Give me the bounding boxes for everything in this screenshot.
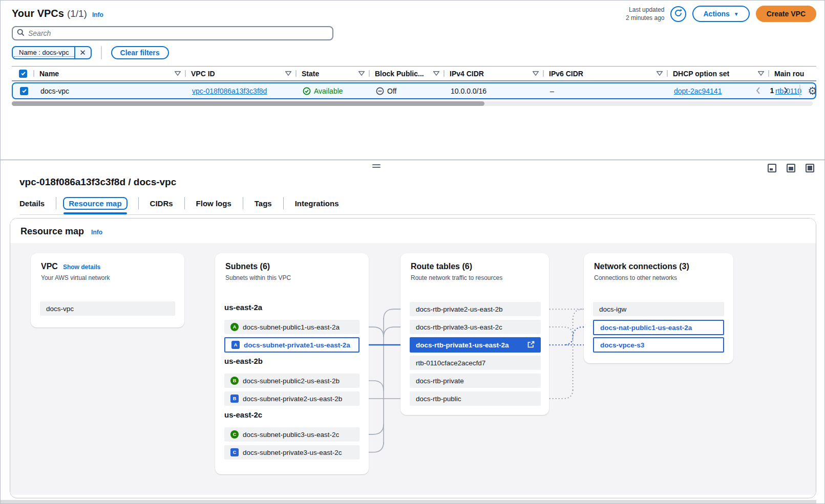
map-item-route-table[interactable]: docs-rtb-public bbox=[410, 391, 541, 406]
panel-size-half-icon[interactable] bbox=[787, 164, 795, 172]
map-item-route-table[interactable]: rtb-0110cface2acecfd7 bbox=[410, 356, 541, 370]
clear-filters-button[interactable]: Clear filters bbox=[111, 46, 169, 59]
tab-resource-map[interactable]: Resource map bbox=[68, 196, 122, 214]
map-item-route-table-selected[interactable]: docs-rtb-private1-us-east-2a bbox=[410, 337, 541, 353]
resource-map-info-link[interactable]: Info bbox=[91, 229, 102, 236]
vpc-detail-panel: vpc-018f086a13f3c3f8d / docs-vpc Details… bbox=[1, 160, 824, 500]
col-main-route-table[interactable]: Main rou bbox=[774, 70, 804, 78]
map-item-network-connection-selected[interactable]: docs-vpce-s3 bbox=[593, 337, 724, 353]
split-panel-drag-handle[interactable] bbox=[372, 164, 380, 169]
last-updated-text: Last updated 2 minutes ago bbox=[626, 6, 664, 22]
subnets-card-subtitle: Subnets within this VPC bbox=[225, 274, 358, 281]
external-link-icon[interactable] bbox=[527, 341, 535, 349]
page-bottom-scrollbar[interactable] bbox=[1, 500, 816, 503]
map-item-route-table[interactable]: docs-rtb-private bbox=[410, 374, 541, 388]
filter-icon[interactable] bbox=[282, 71, 291, 76]
tab-tags[interactable]: Tags bbox=[255, 196, 272, 214]
filter-icon[interactable] bbox=[653, 71, 663, 76]
info-link[interactable]: Info bbox=[92, 11, 103, 18]
map-item-network-connection[interactable]: docs-igw bbox=[593, 302, 724, 316]
subnets-card-title: Subnets (6) bbox=[225, 262, 270, 271]
resource-map-title: Resource map bbox=[20, 226, 84, 237]
private-subnet-badge: B bbox=[230, 395, 239, 403]
cell-name: docs-vpc bbox=[35, 87, 187, 95]
horizontal-scrollbar-thumb[interactable] bbox=[12, 101, 484, 106]
map-item-subnet[interactable]: B docs-subnet-private2-us-east-2b bbox=[224, 391, 359, 406]
filter-icon[interactable] bbox=[355, 71, 365, 76]
map-item-subnet-selected[interactable]: A docs-subnet-private1-us-east-2a bbox=[224, 337, 359, 353]
refresh-icon bbox=[674, 9, 683, 19]
col-ipv4-cidr[interactable]: IPv4 CIDR bbox=[450, 70, 484, 78]
map-item-subnet[interactable]: C docs-subnet-public3-us-east-2c bbox=[224, 427, 359, 442]
col-ipv6-cidr[interactable]: IPv6 CIDR bbox=[549, 70, 583, 78]
list-header: Your VPCs (1/1) Info Last updated 2 minu… bbox=[1, 1, 824, 22]
search-icon bbox=[17, 29, 25, 38]
map-item-subnet[interactable]: C docs-subnet-private3-us-east-2c bbox=[224, 445, 359, 459]
filter-icon[interactable] bbox=[530, 71, 539, 76]
az-heading: us-east-2c bbox=[224, 410, 262, 419]
vpc-table: Name VPC ID State Block Public... IPv4 C… bbox=[12, 66, 816, 106]
filter-icon[interactable] bbox=[172, 71, 181, 76]
dhcp-option-set-link[interactable]: dopt-2ac94141 bbox=[674, 87, 722, 95]
show-details-link[interactable]: Show details bbox=[63, 264, 100, 271]
actions-button[interactable]: Actions ▼ bbox=[692, 6, 749, 22]
table-header: Name VPC ID State Block Public... IPv4 C… bbox=[12, 66, 816, 81]
vpc-table-row[interactable]: docs-vpc vpc-018f086a13f3c3f8d Available… bbox=[12, 82, 816, 99]
panel-size-full-icon[interactable] bbox=[806, 164, 814, 172]
previous-page-icon[interactable] bbox=[751, 84, 765, 97]
vpc-card-subtitle: Your AWS virtual network bbox=[41, 274, 174, 281]
public-subnet-badge: B bbox=[230, 377, 239, 385]
page-count: (1/1) bbox=[67, 8, 87, 19]
cell-ipv4-cidr: 10.0.0.0/16 bbox=[446, 87, 545, 95]
detail-tabs: Details Resource map CIDRs Flow logs Tag… bbox=[19, 196, 815, 215]
resource-map-canvas: VPC Show details Your AWS virtual networ… bbox=[10, 243, 816, 495]
cell-ipv6-cidr: – bbox=[545, 87, 669, 95]
az-heading: us-east-2a bbox=[224, 303, 262, 312]
public-subnet-badge: A bbox=[230, 323, 239, 331]
tab-integrations[interactable]: Integrations bbox=[295, 196, 339, 214]
route-tables-card: Route tables (6) Route network traffic t… bbox=[400, 253, 549, 415]
caret-down-icon: ▼ bbox=[734, 11, 739, 17]
vpc-id-link[interactable]: vpc-018f086a13f3c3f8d bbox=[192, 87, 267, 95]
tab-flow-logs[interactable]: Flow logs bbox=[196, 196, 231, 214]
filter-chip-close-icon[interactable]: ✕ bbox=[75, 46, 91, 59]
resource-map-container: Resource map Info bbox=[10, 218, 816, 498]
col-name[interactable]: Name bbox=[39, 70, 59, 78]
route-tables-card-title: Route tables (6) bbox=[411, 262, 472, 271]
map-item-subnet[interactable]: B docs-subnet-public2-us-east-2b bbox=[224, 374, 359, 388]
col-block-public[interactable]: Block Public... bbox=[375, 70, 424, 78]
vpc-list-panel: Your VPCs (1/1) Info Last updated 2 minu… bbox=[1, 1, 824, 160]
col-vpc-id[interactable]: VPC ID bbox=[191, 70, 215, 78]
detail-title: vpc-018f086a13f3c3f8d / docs-vpc bbox=[1, 160, 824, 188]
search-input[interactable] bbox=[28, 29, 328, 37]
select-all-checkbox[interactable] bbox=[19, 70, 27, 78]
off-icon bbox=[376, 87, 384, 95]
filter-chip-label[interactable]: Name : docs-vpc bbox=[14, 49, 74, 57]
network-connections-card-title: Network connections (3) bbox=[594, 262, 689, 271]
col-dhcp-option-set[interactable]: DHCP option set bbox=[673, 70, 729, 78]
horizontal-scrollbar bbox=[12, 101, 813, 106]
tab-cidrs[interactable]: CIDRs bbox=[150, 196, 173, 214]
current-page[interactable]: 1 bbox=[768, 86, 776, 95]
vpc-card-title: VPC bbox=[41, 262, 58, 271]
map-item-route-table[interactable]: docs-rtb-private3-us-east-2c bbox=[410, 320, 541, 334]
map-item-route-table[interactable]: docs-rtb-private2-us-east-2b bbox=[410, 302, 541, 316]
map-item-network-connection-selected[interactable]: docs-nat-public1-us-east-2a bbox=[593, 320, 724, 335]
tab-details[interactable]: Details bbox=[19, 196, 45, 214]
panel-size-small-icon[interactable] bbox=[768, 164, 776, 172]
map-item-vpc[interactable]: docs-vpc bbox=[40, 301, 175, 316]
pagination: 1 ⚙ bbox=[751, 84, 817, 97]
divider bbox=[101, 46, 102, 59]
refresh-button[interactable] bbox=[670, 6, 686, 22]
public-subnet-badge: C bbox=[230, 430, 239, 439]
search-box[interactable] bbox=[12, 26, 333, 40]
col-state[interactable]: State bbox=[302, 70, 319, 78]
filter-icon[interactable] bbox=[755, 71, 764, 76]
create-vpc-button[interactable]: Create VPC bbox=[756, 6, 816, 22]
next-page-icon[interactable] bbox=[779, 84, 792, 97]
map-item-subnet[interactable]: A docs-subnet-public1-us-east-2a bbox=[224, 320, 359, 334]
block-public-value: Off bbox=[376, 87, 396, 95]
preferences-gear-icon[interactable]: ⚙ bbox=[808, 85, 817, 96]
filter-icon[interactable] bbox=[430, 71, 439, 76]
row-checkbox[interactable] bbox=[20, 87, 28, 95]
